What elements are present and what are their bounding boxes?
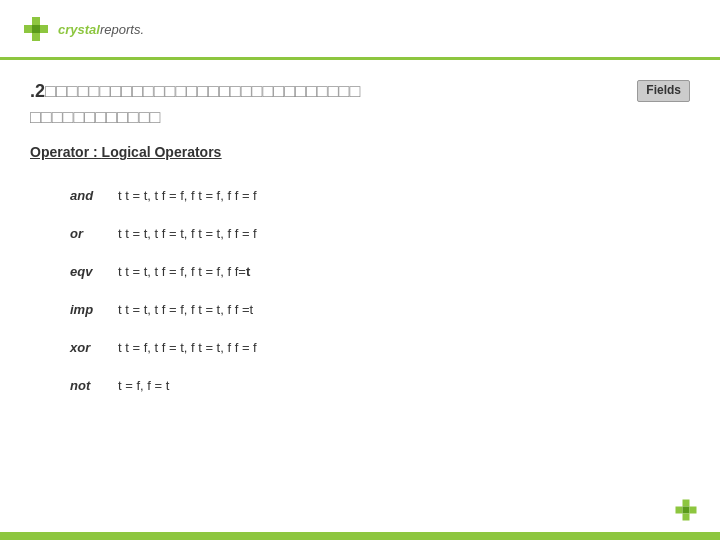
operator-values-xor: t t = f, t f = t, f t = t, f f = f	[110, 328, 690, 366]
fields-badge: Fields	[637, 80, 690, 102]
logo-text: crystalreports.	[58, 20, 144, 38]
title-subtitle: □□□□□□□□□□□□	[30, 107, 690, 128]
svg-rect-5	[683, 500, 690, 507]
svg-rect-1	[24, 25, 32, 33]
bottom-crystal-icon	[672, 496, 700, 524]
operators-table: and t t = t, t f = f, f t = f, f f = f o…	[30, 176, 690, 404]
svg-rect-0	[32, 17, 40, 25]
svg-rect-9	[683, 514, 690, 521]
bottom-bar	[0, 532, 720, 540]
operator-heading: Operator : Logical Operators	[30, 144, 690, 160]
table-row: xor t t = f, t f = t, f t = t, f f = f	[30, 328, 690, 366]
crystal-reports-logo-icon	[20, 13, 52, 45]
svg-rect-7	[683, 507, 690, 514]
svg-rect-2	[32, 25, 40, 33]
operator-name-eqv: eqv	[30, 252, 110, 290]
table-row: and t t = t, t f = f, f t = f, f f = f	[30, 176, 690, 214]
table-row: or t t = t, t f = t, f t = t, f f = f	[30, 214, 690, 252]
table-row: eqv t t = t, t f = f, f t = f, f f=t	[30, 252, 690, 290]
title-section: .2□□□□□□□□□□□□□□□□□□□□□□□□□□□□□ Fields □…	[30, 80, 690, 128]
table-row: imp t t = t, t f = f, f t = t, f f =t	[30, 290, 690, 328]
svg-rect-8	[690, 507, 697, 514]
operator-values-imp: t t = t, t f = f, f t = t, f f =t	[110, 290, 690, 328]
main-content: .2□□□□□□□□□□□□□□□□□□□□□□□□□□□□□ Fields □…	[0, 60, 720, 424]
top-bar: crystalreports.	[0, 0, 720, 60]
operator-values-not: t = f, f = t	[110, 366, 690, 404]
svg-rect-4	[32, 33, 40, 41]
page-title: .2□□□□□□□□□□□□□□□□□□□□□□□□□□□□□ Fields	[30, 80, 690, 103]
bottom-logo	[672, 496, 700, 528]
operator-values-eqv: t t = t, t f = f, f t = f, f f=t	[110, 252, 690, 290]
logo-area: crystalreports.	[20, 13, 144, 45]
operator-name-xor: xor	[30, 328, 110, 366]
operator-values-or: t t = t, t f = t, f t = t, f f = f	[110, 214, 690, 252]
operator-values-and: t t = t, t f = f, f t = f, f f = f	[110, 176, 690, 214]
table-row: not t = f, f = t	[30, 366, 690, 404]
operator-name-not: not	[30, 366, 110, 404]
svg-rect-6	[676, 507, 683, 514]
operator-name-and: and	[30, 176, 110, 214]
operator-name-imp: imp	[30, 290, 110, 328]
svg-rect-3	[40, 25, 48, 33]
operator-name-or: or	[30, 214, 110, 252]
